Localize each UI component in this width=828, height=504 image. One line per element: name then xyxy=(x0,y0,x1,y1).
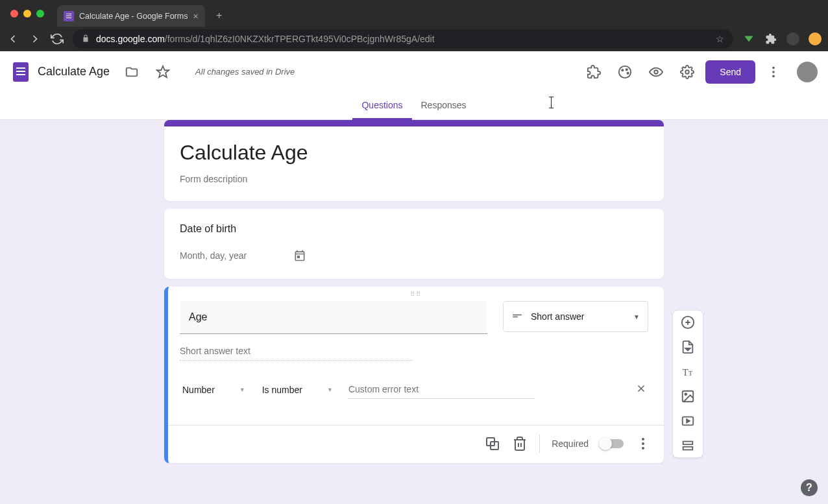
svg-point-3 xyxy=(627,72,629,73)
form-description[interactable]: Form description xyxy=(180,174,648,184)
validation-error-input[interactable] xyxy=(347,380,535,399)
send-button[interactable]: Send xyxy=(705,60,755,84)
add-image-icon[interactable] xyxy=(680,389,696,404)
preview-icon[interactable] xyxy=(643,59,669,85)
question-type-select[interactable]: Short answer ▼ xyxy=(503,301,648,332)
text-cursor-icon xyxy=(551,97,552,108)
browser-profile-icon[interactable] xyxy=(786,32,799,45)
svg-point-8 xyxy=(772,75,775,77)
url-domain: docs.google.com xyxy=(96,34,165,44)
move-folder-icon[interactable] xyxy=(119,59,145,85)
minimize-window-icon[interactable] xyxy=(23,10,31,18)
validation-type-select[interactable]: Number ▼ xyxy=(180,381,248,399)
question-more-icon[interactable] xyxy=(635,436,651,451)
browser-account-icon[interactable] xyxy=(809,32,822,45)
validation-rule-select[interactable]: Is number ▼ xyxy=(260,381,335,399)
svg-rect-10 xyxy=(513,316,518,317)
window-controls xyxy=(10,10,44,18)
drag-handle-icon[interactable]: ⠿⠿ xyxy=(410,291,422,298)
svg-point-2 xyxy=(626,69,627,70)
question-type-label: Short answer xyxy=(531,311,584,322)
svg-point-20 xyxy=(685,393,687,395)
help-button[interactable]: ? xyxy=(801,479,818,496)
maximize-window-icon[interactable] xyxy=(36,10,44,18)
form-canvas: Calculate Age Form description Date of b… xyxy=(0,120,828,504)
import-questions-icon[interactable] xyxy=(680,339,696,355)
form-name[interactable]: Calculate Age xyxy=(38,65,110,78)
remove-validation-icon[interactable] xyxy=(635,383,648,397)
form-header-card[interactable]: Calculate Age Form description xyxy=(164,126,664,201)
svg-rect-23 xyxy=(683,447,693,450)
lock-icon xyxy=(82,34,90,45)
svg-point-4 xyxy=(655,70,659,74)
svg-point-6 xyxy=(772,66,775,69)
accent-bar xyxy=(164,120,664,126)
separator xyxy=(539,435,540,453)
url-path: /forms/d/1qhlZ6zI0NKZXtkrTPERGTkt495Vi0c… xyxy=(165,34,435,44)
tab-title: Calculate Age - Google Forms xyxy=(79,12,188,21)
short-answer-placeholder: Short answer text xyxy=(180,346,413,361)
reload-button[interactable] xyxy=(51,32,64,45)
validation-row: Number ▼ Is number ▼ xyxy=(180,380,648,399)
tab-responses[interactable]: Responses xyxy=(412,93,476,120)
question-title: Date of birth xyxy=(180,223,648,235)
extensions-puzzle-icon[interactable] xyxy=(764,32,777,45)
add-video-icon[interactable] xyxy=(680,413,696,429)
more-menu-icon[interactable] xyxy=(761,59,786,85)
back-button[interactable] xyxy=(6,32,19,45)
svg-text:T: T xyxy=(688,370,692,377)
svg-rect-9 xyxy=(513,314,522,315)
tabs-row: Questions Responses xyxy=(0,93,828,120)
tab-close-icon[interactable]: × xyxy=(193,11,198,21)
question-card-dob[interactable]: Date of birth Month, day, year xyxy=(164,209,664,279)
star-icon[interactable] xyxy=(150,59,176,85)
forward-button[interactable] xyxy=(29,32,42,45)
required-label: Required xyxy=(552,438,589,449)
svg-point-0 xyxy=(619,66,631,77)
dropdown-arrow-icon: ▼ xyxy=(327,387,333,393)
close-window-icon[interactable] xyxy=(10,10,18,18)
palette-icon[interactable] xyxy=(612,59,638,85)
addons-icon[interactable] xyxy=(581,59,607,85)
calendar-icon xyxy=(293,249,306,262)
extension-icon[interactable] xyxy=(742,32,755,45)
tab-questions[interactable]: Questions xyxy=(352,93,411,120)
browser-chrome: Calculate Age - Google Forms × + docs.go… xyxy=(0,0,828,51)
svg-point-7 xyxy=(772,71,775,73)
floating-toolbar: TT xyxy=(672,310,703,458)
dropdown-arrow-icon: ▼ xyxy=(239,387,245,393)
browser-tab[interactable]: Calculate Age - Google Forms × xyxy=(57,5,205,27)
question-title-input[interactable] xyxy=(180,301,487,334)
question-card-age[interactable]: ⠿⠿ Short answer ▼ Short answer text Numb… xyxy=(164,287,664,463)
date-placeholder: Month, day, year xyxy=(180,250,247,261)
bookmark-star-icon[interactable]: ☆ xyxy=(716,34,724,44)
svg-rect-22 xyxy=(683,442,693,445)
add-section-icon[interactable] xyxy=(680,438,696,453)
svg-point-5 xyxy=(686,70,690,74)
settings-gear-icon[interactable] xyxy=(674,59,700,85)
forms-header: Calculate Age All changes saved in Drive… xyxy=(0,51,828,93)
svg-point-14 xyxy=(642,442,644,445)
question-footer: Required xyxy=(168,425,664,453)
svg-point-1 xyxy=(622,69,623,71)
form-title[interactable]: Calculate Age xyxy=(180,141,648,165)
svg-point-13 xyxy=(642,438,644,440)
save-status: All changes saved in Drive xyxy=(195,67,295,77)
dropdown-arrow-icon: ▼ xyxy=(633,313,640,320)
required-toggle[interactable] xyxy=(600,439,624,448)
svg-text:T: T xyxy=(683,367,688,378)
forms-favicon-icon xyxy=(64,11,74,21)
svg-point-15 xyxy=(642,447,644,450)
new-tab-button[interactable]: + xyxy=(210,6,228,25)
duplicate-icon[interactable] xyxy=(485,436,500,451)
profile-avatar[interactable] xyxy=(797,62,818,82)
delete-icon[interactable] xyxy=(512,436,528,451)
address-bar[interactable]: docs.google.com/forms/d/1qhlZ6zI0NKZXtkr… xyxy=(73,29,733,49)
short-answer-icon xyxy=(511,310,523,324)
forms-logo-icon[interactable] xyxy=(13,62,29,82)
add-title-icon[interactable]: TT xyxy=(680,364,696,379)
add-question-icon[interactable] xyxy=(680,315,696,330)
